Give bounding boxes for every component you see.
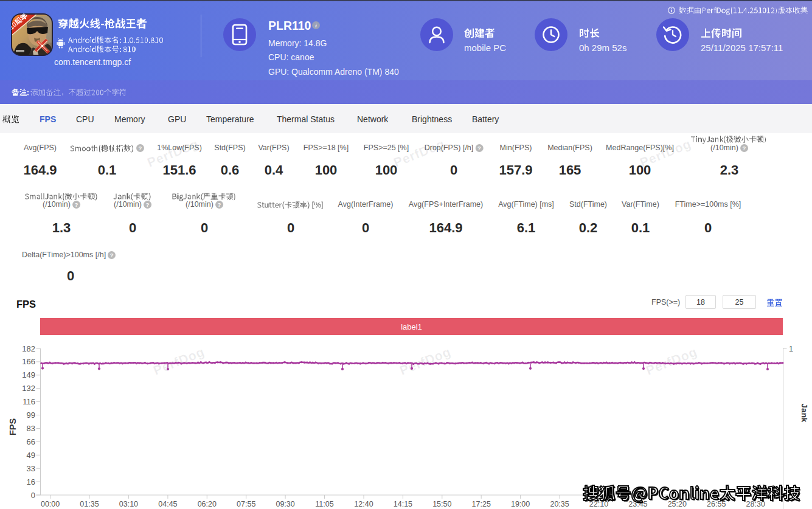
svg-text:1: 1 [789, 345, 793, 353]
svg-text:03:10: 03:10 [119, 500, 138, 508]
svg-text:00:00: 00:00 [41, 500, 60, 508]
svg-text:99: 99 [27, 410, 35, 420]
svg-text:149: 149 [22, 370, 35, 379]
svg-text:0: 0 [31, 491, 35, 500]
svg-text:09:30: 09:30 [276, 500, 294, 508]
svg-text:Jank: Jank [800, 404, 809, 423]
svg-text:01:35: 01:35 [80, 500, 99, 508]
svg-text:16: 16 [27, 477, 35, 486]
svg-text:07:55: 07:55 [237, 500, 255, 508]
svg-text:20:35: 20:35 [550, 500, 569, 508]
svg-text:49: 49 [27, 451, 35, 460]
svg-text:04:45: 04:45 [158, 500, 177, 508]
svg-text:132: 132 [22, 384, 35, 393]
svg-text:FPS: FPS [8, 418, 18, 436]
svg-text:12:40: 12:40 [354, 500, 373, 508]
svg-text:66: 66 [27, 437, 35, 446]
svg-text:116: 116 [23, 397, 35, 406]
svg-text:166: 166 [22, 357, 35, 366]
svg-text:15:50: 15:50 [432, 500, 451, 508]
svg-text:182: 182 [22, 344, 35, 353]
svg-text:19:00: 19:00 [511, 500, 530, 508]
svg-text:83: 83 [27, 424, 35, 433]
svg-text:06:20: 06:20 [198, 500, 217, 508]
svg-text:14:15: 14:15 [394, 500, 412, 508]
svg-text:17:25: 17:25 [472, 500, 491, 508]
svg-text:11:05: 11:05 [315, 500, 333, 508]
svg-text:33: 33 [27, 464, 35, 473]
